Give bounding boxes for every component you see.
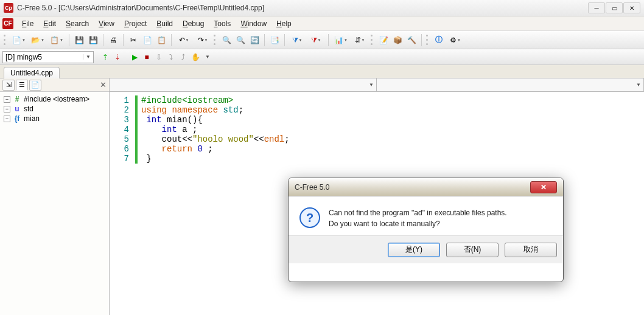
- menu-window[interactable]: Window: [236, 18, 271, 30]
- sync-up-button[interactable]: ⇡: [100, 52, 111, 63]
- change-bar-icon: [135, 115, 138, 125]
- menu-tools[interactable]: Tools: [209, 18, 236, 30]
- menu-debug[interactable]: Debug: [178, 18, 209, 30]
- code-line[interactable]: 5 cout<<"hoolo wood"<<endl;: [110, 134, 644, 144]
- close-button[interactable]: ✕: [623, 2, 640, 13]
- code-line[interactable]: 3 int mian(){: [110, 115, 644, 125]
- step-into-button[interactable]: ⇩: [153, 52, 164, 63]
- change-bar-icon: [135, 134, 138, 144]
- menu-edit[interactable]: Edit: [38, 18, 61, 30]
- help-button[interactable]: ⓘ: [432, 33, 446, 47]
- symbol-icon: #: [13, 95, 21, 103]
- symbol-icon: {f: [13, 114, 21, 123]
- menu-search[interactable]: Search: [61, 18, 94, 30]
- sidebar-tab-list[interactable]: ☰: [16, 80, 28, 91]
- run-button[interactable]: ▶: [129, 52, 140, 63]
- class-browser-button[interactable]: 📊▼: [332, 33, 350, 47]
- tree-node[interactable]: −##include <iostream>: [4, 94, 105, 104]
- dialog-title: C-Free 5.0: [295, 183, 329, 192]
- print-button[interactable]: 🖨: [107, 33, 120, 47]
- code-text: using namespace std;: [141, 105, 243, 115]
- sidebar-tabs: ⇲ ☰ 📄 ✕: [0, 78, 109, 92]
- file-tab[interactable]: Untitled4.cpp: [4, 67, 60, 78]
- navigate-button[interactable]: ⇵▼: [351, 33, 369, 47]
- expand-icon[interactable]: −: [4, 116, 10, 122]
- code-line[interactable]: 4 int a ;: [110, 125, 644, 134]
- options-button[interactable]: ⚙▼: [446, 33, 464, 47]
- menu-file[interactable]: File: [17, 18, 38, 30]
- change-bar-icon: [135, 144, 138, 154]
- goto-button[interactable]: 📑: [268, 33, 281, 47]
- code-text: }: [141, 154, 152, 164]
- change-bar-icon: [135, 154, 138, 164]
- editor-navbar: ▼ ▼: [110, 78, 644, 92]
- main-toolbar: 📄▼ 📂▼ 📋▼ 💾 💾 🖨 ✂ 📄 📋 ↶▼ ↷▼ 🔍 🔍 🔄 📑 ⧩▼ ⧩▼…: [0, 31, 644, 49]
- build-button[interactable]: 📦: [391, 33, 404, 47]
- code-text: #include<iostream>: [141, 95, 233, 105]
- copy-button[interactable]: 📄: [141, 33, 154, 47]
- save-all-button[interactable]: 💾: [86, 33, 100, 47]
- new-file-button[interactable]: 📄▼: [10, 33, 28, 47]
- code-line[interactable]: 1#include<iostream>: [110, 95, 644, 105]
- tree-node[interactable]: −ustd: [4, 104, 105, 114]
- cut-button[interactable]: ✂: [127, 33, 140, 47]
- rebuild-button[interactable]: 🔨: [405, 33, 418, 47]
- tree-node-label: mian: [24, 114, 40, 123]
- yes-button[interactable]: 是(Y): [388, 243, 440, 257]
- minimize-button[interactable]: ─: [588, 2, 605, 13]
- change-bar-icon: [135, 95, 138, 105]
- bookmark-button[interactable]: ⧩▼: [288, 33, 306, 47]
- save-button[interactable]: 💾: [72, 33, 86, 47]
- line-number: 3: [110, 115, 135, 125]
- window-title: C-Free 5.0 - [C:\Users\Administrator\Doc…: [17, 4, 264, 12]
- new-project-button[interactable]: 📋▼: [47, 33, 66, 47]
- code-line[interactable]: 7 }: [110, 154, 644, 164]
- step-out-button[interactable]: ⤴: [178, 52, 189, 63]
- step-over-button[interactable]: ⤵: [166, 52, 177, 63]
- question-icon: ?: [299, 207, 320, 228]
- paste-button[interactable]: 📋: [155, 33, 168, 47]
- change-bar-icon: [135, 105, 138, 115]
- maximize-button[interactable]: ▭: [606, 2, 623, 13]
- sidebar-tab-tree[interactable]: ⇲: [2, 80, 15, 91]
- breakpoint-button[interactable]: ⧩▼: [307, 33, 325, 47]
- expand-icon[interactable]: −: [4, 96, 10, 103]
- replace-button[interactable]: 🔄: [248, 33, 261, 47]
- code-line[interactable]: 6 return 0 ;: [110, 144, 644, 154]
- compile-button[interactable]: 📝: [377, 33, 390, 47]
- code-text: return 0 ;: [141, 144, 213, 154]
- toolbar-grip-icon: [426, 34, 430, 46]
- tree-node-label: #include <iostream>: [24, 95, 89, 103]
- dialog-message-line1: Can not find the program "ad" in executa…: [329, 207, 507, 218]
- sidebar-close-button[interactable]: ✕: [100, 80, 107, 89]
- menu-project[interactable]: Project: [119, 18, 152, 30]
- scope-select[interactable]: ▼: [110, 78, 377, 91]
- cancel-button[interactable]: 取消: [505, 243, 557, 257]
- no-button[interactable]: 否(N): [446, 243, 499, 257]
- compiler-select-value: [D] mingw5: [5, 53, 42, 61]
- find-in-files-button[interactable]: 🔍: [234, 33, 247, 47]
- stop-button[interactable]: ■: [141, 52, 152, 63]
- line-number: 4: [110, 125, 135, 134]
- compiler-select[interactable]: [D] mingw5 ▼: [2, 51, 94, 63]
- expand-icon[interactable]: −: [4, 106, 10, 112]
- find-button[interactable]: 🔍: [220, 33, 233, 47]
- pause-button[interactable]: ✋: [190, 52, 201, 63]
- undo-button[interactable]: ↶▼: [175, 33, 193, 47]
- menu-build[interactable]: Build: [152, 18, 178, 30]
- file-tabs: Untitled4.cpp: [0, 65, 644, 78]
- dropdown-caret-icon[interactable]: ▼: [202, 52, 213, 63]
- sidebar: ⇲ ☰ 📄 ✕ −##include <iostream>−ustd−{fmia…: [0, 78, 110, 315]
- sidebar-tab-files[interactable]: 📄: [29, 80, 41, 91]
- code-line[interactable]: 2using namespace std;: [110, 105, 644, 115]
- dialog-close-button[interactable]: ✕: [530, 181, 557, 193]
- redo-button[interactable]: ↷▼: [194, 33, 212, 47]
- sync-down-button[interactable]: ⇣: [112, 52, 123, 63]
- tree-node[interactable]: −{fmian: [4, 114, 105, 123]
- menu-help[interactable]: Help: [271, 18, 296, 30]
- menu-view[interactable]: View: [94, 18, 119, 30]
- open-file-button[interactable]: 📂▼: [29, 33, 47, 47]
- member-select[interactable]: ▼: [377, 78, 644, 91]
- line-number: 1: [110, 95, 135, 105]
- code-editor[interactable]: 1#include<iostream>2using namespace std;…: [110, 92, 644, 167]
